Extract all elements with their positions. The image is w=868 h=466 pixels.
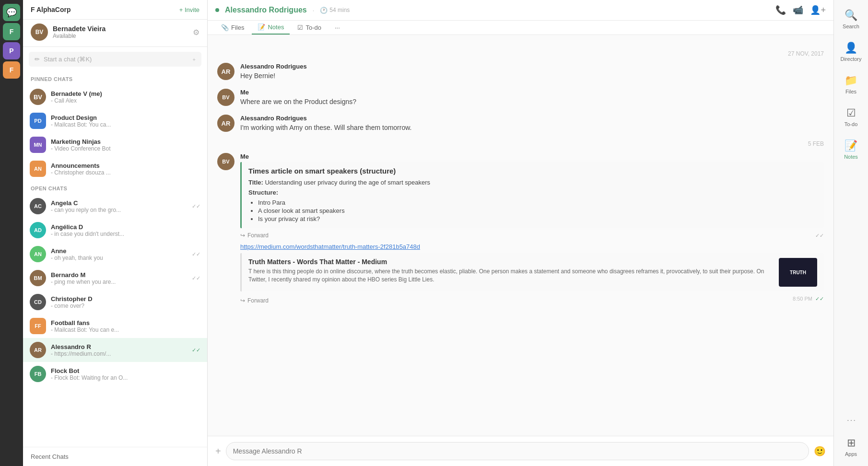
chat-preview: - come over? xyxy=(51,303,200,309)
list-item: A closer look at smart speakers xyxy=(258,207,817,214)
message-sender: Me xyxy=(240,153,824,160)
todo-symbol: ☑ xyxy=(846,107,856,119)
chat-info: Alessandro R - https://medium.com/... xyxy=(51,343,187,357)
right-todo-icon[interactable]: ☑ To-do xyxy=(838,102,865,132)
separator: · xyxy=(313,7,315,14)
read-check-icon: ✓✓ xyxy=(192,347,200,353)
chat-info: Angélica D - in case you didn't underst.… xyxy=(51,223,200,237)
forward-icon: ↪ xyxy=(240,297,245,304)
message-sender: Alessandro Rodrigues xyxy=(240,115,824,122)
right-apps-icon[interactable]: ⊞ Apps xyxy=(838,431,865,462)
right-notes-icon[interactable]: 📝 Notes xyxy=(838,134,865,165)
chat-name: Announcements xyxy=(51,162,200,169)
open-chat-angela[interactable]: AC Angela C - can you reply on the gro..… xyxy=(23,194,207,218)
chat-preview: - Christopher dsouza ... xyxy=(51,169,200,176)
chat-avatar: AN xyxy=(30,246,46,262)
new-chat-button[interactable]: + xyxy=(193,57,196,62)
chat-preview: - can you reply on the gro... xyxy=(51,207,187,213)
pinned-chat-product-design[interactable]: PD Product Design - Mailcast Bot: You ca… xyxy=(23,109,207,133)
right-files-icon[interactable]: 📁 Files xyxy=(838,69,865,100)
message-content: Alessandro Rodrigues I'm working with Am… xyxy=(240,115,824,133)
chat-name: Flock Bot xyxy=(51,367,200,374)
user-info: BV Bernadete Vieira Available ⚙ xyxy=(23,20,207,47)
pinned-chat-bernadete[interactable]: BV Bernadete V (me) - Call Alex xyxy=(23,85,207,109)
open-chat-bernardo[interactable]: BM Bernardo M - ping me when you are... … xyxy=(23,266,207,290)
message-read-icon: ✓✓ xyxy=(815,296,824,302)
tab-notes[interactable]: 📝 Notes xyxy=(252,21,290,35)
read-check-icon: ✓✓ xyxy=(192,275,200,281)
chat-name: Angélica D xyxy=(51,223,200,231)
online-indicator xyxy=(215,8,219,12)
messages-area: 27 NOV, 2017 AR Alessandro Rodrigues Hey… xyxy=(208,35,833,436)
chat-avatar: FF xyxy=(30,318,46,334)
chat-avatar: BM xyxy=(30,270,46,286)
tab-more[interactable]: ··· xyxy=(329,21,346,34)
icon-rail: 💬 F P F xyxy=(0,0,23,466)
todo-label: To-do xyxy=(845,121,858,127)
invite-button[interactable]: + Invite xyxy=(179,6,199,13)
link-url[interactable]: https://medium.com/wordsthatmatter/truth… xyxy=(240,243,420,250)
chat-preview: - Mailcast Bot: You can e... xyxy=(51,326,200,333)
chat-name: Alessandro R xyxy=(51,343,187,350)
user-status: Available xyxy=(53,33,188,39)
chat-list: PINNED CHATS BV Bernadete V (me) - Call … xyxy=(23,71,207,447)
forward-icon: ↪ xyxy=(240,232,245,239)
message-text: Where are we on the Product designs? xyxy=(240,97,824,107)
open-chat-alessandro[interactable]: AR Alessandro R - https://medium.com/...… xyxy=(23,338,207,362)
current-user-avatar: BV xyxy=(31,23,48,41)
read-check-icon: ✓✓ xyxy=(192,251,200,257)
workspace-p-icon[interactable]: P xyxy=(3,42,20,59)
forward-bottom-button[interactable]: ↪ Forward xyxy=(240,297,269,304)
open-chat-football[interactable]: FF Football fans - Mailcast Bot: You can… xyxy=(23,314,207,338)
more-options-icon[interactable]: ⋯ xyxy=(843,410,860,430)
settings-icon[interactable]: ⚙ xyxy=(193,28,199,37)
org-header: F AlphaCorp + Invite xyxy=(23,0,207,20)
recent-chats-link[interactable]: Recent Chats xyxy=(23,447,207,466)
message-text: I'm working with Amy on these. Will shar… xyxy=(240,123,824,133)
workspace-f2-icon[interactable]: F xyxy=(3,61,20,79)
add-attachment-button[interactable]: + xyxy=(215,446,221,457)
chat-name: Football fans xyxy=(51,319,200,326)
link-description: T here is this thing people do in online… xyxy=(248,268,773,284)
pinned-chat-marketing[interactable]: MN Marketing Ninjas - Video Conference B… xyxy=(23,133,207,157)
chat-preview: - Video Conference Bot xyxy=(51,145,200,152)
right-directory-icon[interactable]: 👤 Directory xyxy=(838,36,865,67)
chat-preview: - in case you didn't underst... xyxy=(51,231,200,237)
forward-label: Forward xyxy=(247,297,269,304)
forward-button[interactable]: ↪ Forward ✓✓ xyxy=(240,232,824,239)
pinned-chat-announcements[interactable]: AN Announcements - Christopher dsouza ..… xyxy=(23,157,207,181)
add-member-icon[interactable]: 👤+ xyxy=(810,5,826,15)
video-call-icon[interactable]: 📹 xyxy=(793,5,803,15)
emoji-button[interactable]: 🙂 xyxy=(814,445,826,457)
tab-todo[interactable]: ☑ To-do xyxy=(292,21,327,34)
open-chat-flockbot[interactable]: FB Flock Bot - Flock Bot: Waiting for an… xyxy=(23,362,207,386)
open-chat-anne[interactable]: AN Anne - oh yeah, thank you ✓✓ xyxy=(23,242,207,266)
search-bar[interactable]: ✏ Start a chat (⌘K) + xyxy=(29,52,201,67)
message-input-area: + 🙂 xyxy=(208,436,833,466)
voice-call-icon[interactable]: 📞 xyxy=(775,5,786,15)
chat-header: Alessandro Rodrigues · 🕐 54 mins 📞 📹 👤+ xyxy=(208,0,833,21)
chat-info: Flock Bot - Flock Bot: Waiting for an O.… xyxy=(51,367,200,381)
open-chat-angelica[interactable]: AD Angélica D - in case you didn't under… xyxy=(23,218,207,242)
list-item: Is your privacy at risk? xyxy=(258,215,817,222)
chat-info: Angela C - can you reply on the gro... xyxy=(51,199,187,213)
open-chat-christopher[interactable]: CD Christopher D - come over? xyxy=(23,290,207,314)
org-name: F AlphaCorp xyxy=(31,6,70,13)
link-title: Truth Matters - Words That Matter - Medi… xyxy=(248,258,773,266)
message-avatar: BV xyxy=(217,89,235,106)
notes-symbol: 📝 xyxy=(845,140,857,152)
chat-main: Alessandro Rodrigues · 🕐 54 mins 📞 📹 👤+ … xyxy=(208,0,833,466)
workspace-f-icon[interactable]: F xyxy=(3,23,20,40)
list-item: Intro Para xyxy=(258,199,817,206)
chat-avatar: AC xyxy=(30,198,46,214)
forward-label: Forward xyxy=(247,232,269,239)
link-thumbnail: TRUTH xyxy=(779,258,817,287)
tab-files[interactable]: 📎 Files xyxy=(215,21,250,34)
message-input[interactable] xyxy=(226,442,809,460)
quoted-field-title: Title: Uderstanding user privacy during … xyxy=(248,179,817,186)
chat-avatar: FB xyxy=(30,366,46,382)
chat-rail-icon[interactable]: 💬 xyxy=(3,4,20,21)
chat-time-ago: 54 mins xyxy=(329,7,350,13)
quoted-block: Times article on smart speakers (structu… xyxy=(240,162,824,228)
right-search-icon[interactable]: 🔍 Search xyxy=(838,4,865,35)
